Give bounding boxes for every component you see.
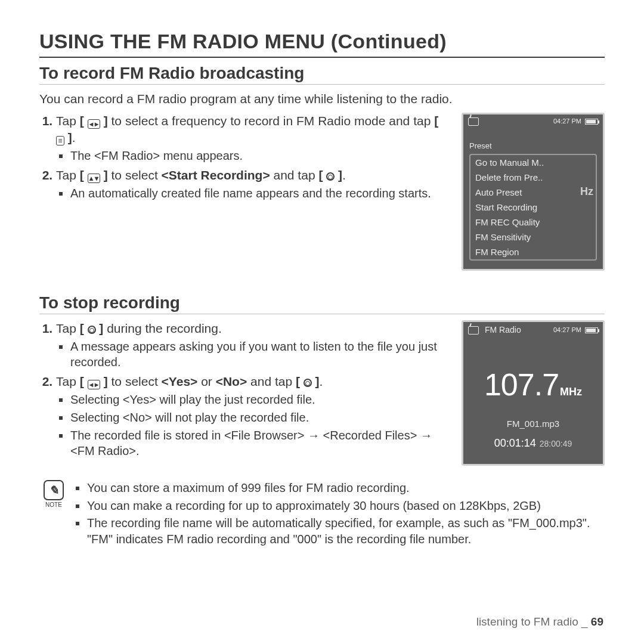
device-screenshot-menu: 04:27 PM Preset Go to Manual M.. Delete … bbox=[462, 113, 605, 271]
select-icon bbox=[326, 172, 335, 181]
s2-step1: Tap [ ] during the recording. A message … bbox=[56, 320, 450, 370]
device2-filename: FM_001.mp3 bbox=[463, 417, 603, 430]
title-rule bbox=[39, 57, 605, 58]
radio-icon bbox=[468, 326, 479, 335]
device2-time: 04:27 PM bbox=[553, 326, 581, 335]
note-item: The recording file name will be automati… bbox=[87, 515, 605, 547]
s2-step2-sub: Selecting <Yes> will play the just recor… bbox=[70, 392, 450, 407]
s2-step2-sub: The recorded file is stored in <File Bro… bbox=[70, 428, 450, 459]
page-title: USING THE FM RADIO MENU (Continued) bbox=[39, 30, 605, 53]
device1-menu: Go to Manual M.. Delete from Pre.. Auto … bbox=[469, 154, 597, 261]
s1-step2: Tap [ ▴ ▾ ] to select <Start Recording> … bbox=[56, 167, 450, 201]
battery-icon bbox=[585, 327, 598, 333]
up-down-icon: ▴ ▾ bbox=[88, 174, 100, 183]
note-label: NOTE bbox=[39, 501, 68, 508]
device2-frequency: 107.7 bbox=[484, 367, 559, 402]
device2-remaining: 28:00:49 bbox=[536, 439, 572, 448]
section1-heading: To record FM Radio broadcasting bbox=[39, 64, 605, 83]
section2-heading: To stop recording bbox=[39, 293, 605, 312]
note-list: You can store a maximum of 999 files for… bbox=[74, 480, 605, 549]
menu-item: Auto Preset bbox=[470, 185, 596, 200]
menu-item: Delete from Pre.. bbox=[470, 170, 596, 185]
select-icon bbox=[88, 326, 96, 334]
s2-step1-sub: A message appears asking you if you want… bbox=[70, 339, 450, 370]
menu-item: Start Recording bbox=[470, 200, 596, 215]
s2-step2: Tap [ ◂ ▸ ] to select <Yes> or <No> and … bbox=[56, 373, 450, 459]
s2-step2-sub: Selecting <No> will not play the recorde… bbox=[70, 410, 450, 425]
menu-item: FM Sensitivity bbox=[470, 230, 596, 244]
radio-icon bbox=[468, 117, 479, 126]
device2-title: FM Radio bbox=[482, 324, 521, 336]
device-screenshot-recording: FM Radio 04:27 PM 107.7MHz FM_001.mp3 00… bbox=[462, 320, 605, 466]
section2-rule bbox=[39, 314, 605, 314]
left-right-icon: ◂ ▸ bbox=[88, 119, 100, 129]
menu-icon: ≡ bbox=[56, 136, 64, 145]
device2-elapsed: 00:01:14 bbox=[494, 437, 536, 449]
hz-hint: Hz bbox=[580, 184, 593, 199]
device1-preset-label: Preset bbox=[463, 128, 603, 153]
device1-time: 04:27 PM bbox=[553, 117, 581, 126]
menu-item: FM REC Quality bbox=[470, 215, 596, 230]
select-icon bbox=[304, 379, 312, 387]
device2-unit: MHz bbox=[559, 386, 582, 398]
note-icon: ✎ bbox=[44, 480, 64, 500]
menu-item: FM Region bbox=[470, 244, 596, 259]
page-number: 69 bbox=[591, 615, 603, 628]
note-item: You can store a maximum of 999 files for… bbox=[87, 480, 605, 496]
note-item: You can make a recording for up to appro… bbox=[87, 498, 605, 513]
battery-icon bbox=[585, 119, 598, 125]
s1-step1-sub: The <FM Radio> menu appears. bbox=[70, 148, 450, 163]
left-right-icon: ◂ ▸ bbox=[88, 380, 100, 389]
section1-intro: You can record a FM radio program at any… bbox=[39, 91, 605, 107]
menu-item: Go to Manual M.. bbox=[470, 155, 596, 170]
section1-rule bbox=[39, 84, 605, 85]
page-footer: listening to FM radio _ 69 bbox=[476, 615, 603, 628]
s1-step2-sub: An automatically created file name appea… bbox=[70, 185, 450, 201]
note-badge: ✎ NOTE bbox=[39, 480, 68, 549]
s1-step1: Tap [ ◂ ▸ ] to select a frequency to rec… bbox=[56, 113, 450, 163]
